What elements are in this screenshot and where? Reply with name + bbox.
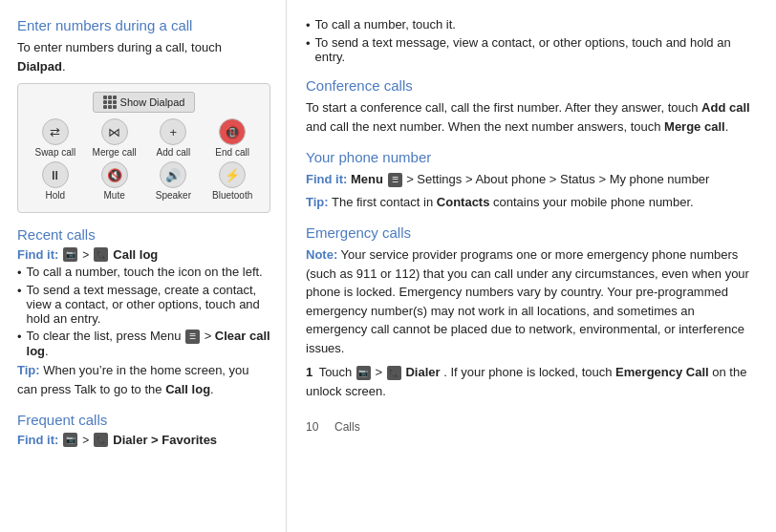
emergency-note: Note: Your service provider programs one… [306, 245, 759, 357]
your-phone-find: Find it: Menu ☰ > Settings > About phone… [306, 170, 759, 189]
merge-icon: ⋈ [101, 118, 128, 145]
enter-calls-title: Enter numbers during a call [17, 17, 270, 33]
call-log-icon: 📞 [94, 247, 108, 262]
left-column: Enter numbers during a call To enter num… [0, 0, 287, 532]
end-call-icon: 📵 [219, 118, 246, 145]
hold-button[interactable]: ⏸ Hold [27, 161, 84, 201]
page-footer: 10 Calls [306, 419, 759, 434]
dialpad-widget: Show Dialpad ⇄ Swap call ⋈ Merge call + … [17, 83, 270, 213]
bluetooth-button[interactable]: ⚡ Bluetooth [204, 161, 261, 201]
your-phone-number-title: Your phone number [306, 149, 759, 165]
recent-calls-title: Recent calls [17, 226, 270, 243]
bluetooth-icon: ⚡ [219, 161, 246, 188]
frequent-calls-title: Frequent calls [17, 412, 270, 428]
camera-icon-2: 📷 [63, 433, 77, 447]
swap-icon: ⇄ [42, 118, 69, 145]
your-phone-tip: Tip: The first contact in Contacts conta… [306, 193, 759, 212]
right-bullet-1: • To call a number, touch it. [306, 17, 759, 32]
speaker-icon: 🔊 [160, 161, 186, 188]
page-number: 10 Calls [306, 420, 360, 434]
speaker-button[interactable]: 🔊 Speaker [144, 161, 202, 201]
menu-icon-2: ☰ [388, 173, 402, 187]
mute-button[interactable]: 🔇 Mute [86, 161, 143, 201]
swap-call-button[interactable]: ⇄ Swap call [27, 118, 84, 158]
merge-call-button[interactable]: ⋈ Merge call [86, 118, 143, 158]
dialpad-row-2: ⏸ Hold 🔇 Mute 🔊 Speaker ⚡ Bluetooth [26, 161, 262, 201]
dialer-icon: 📞 [94, 433, 108, 447]
conference-calls-title: Conference calls [306, 77, 759, 94]
end-call-button[interactable]: 📵 End call [204, 118, 261, 158]
dialpad-row-1: ⇄ Swap call ⋈ Merge call + Add call 📵 En… [26, 118, 262, 158]
emergency-step-1: 1 Touch 📷 > 📞 Dialer . If your phone is … [306, 363, 759, 400]
recent-find-it-row: Find it: 📷 > 📞 Call log [17, 247, 270, 262]
add-icon: + [160, 118, 186, 145]
camera-icon: 📷 [63, 247, 77, 262]
right-column: • To call a number, touch it. • To send … [287, 0, 776, 532]
tip-paragraph: Tip: When you’re in the home screen, you… [17, 361, 270, 398]
menu-icon: ☰ [185, 330, 200, 344]
right-bullet-2: • To send a text message, view a contact… [306, 35, 759, 64]
frequent-find-it-row: Find it: 📷 > 📞 Dialer > Favorites [17, 433, 270, 447]
camera-icon-3: 📷 [356, 366, 371, 380]
conference-calls-body: To start a conference call, call the fir… [306, 98, 759, 136]
enter-calls-body: To enter numbers during a call, touch Di… [17, 38, 270, 75]
dialpad-top-row: Show Dialpad [26, 92, 262, 113]
hold-icon: ⏸ [42, 161, 69, 188]
emergency-calls-title: Emergency calls [306, 224, 759, 241]
add-call-button[interactable]: + Add call [144, 118, 202, 158]
recent-bullet-2: • To send a text message, create a conta… [17, 283, 270, 326]
mute-icon: 🔇 [101, 161, 128, 188]
dialpad-grid-icon [103, 96, 117, 109]
dialer-icon-2: 📞 [387, 366, 401, 380]
recent-bullet-1: • To call a number, touch the icon on th… [17, 265, 270, 280]
recent-bullet-3: • To clear the list, press Menu ☰ > Clea… [17, 329, 270, 358]
show-dialpad-button[interactable]: Show Dialpad [93, 92, 196, 113]
